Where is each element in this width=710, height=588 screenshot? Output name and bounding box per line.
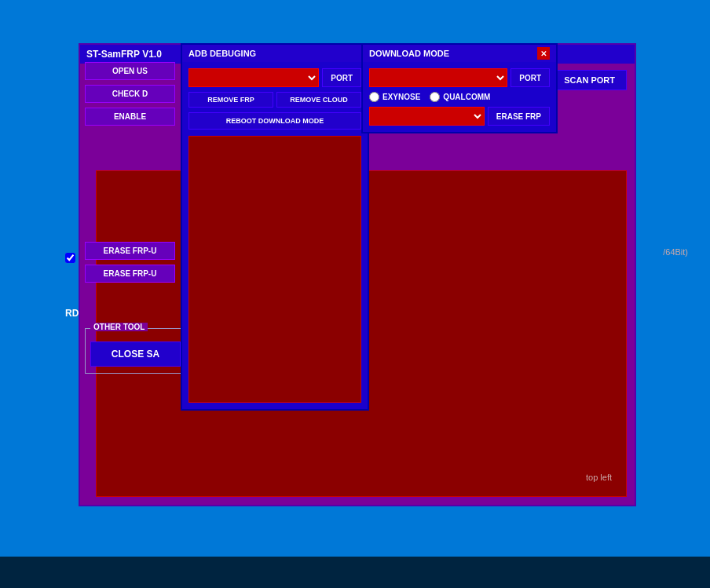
adb-port-row: PORT — [188, 68, 361, 87]
other-tool-label: OTHER TOOL — [90, 323, 148, 331]
adb-content: PORT REMOVE FRP REMOVE CLOUD REBOOT DOWN… — [182, 62, 368, 409]
bit-label: /64Bit) — [663, 247, 688, 257]
scan-port-button[interactable]: SCAN PORT — [552, 70, 627, 90]
adb-log-area — [188, 136, 361, 403]
adb-title: ADB DEBUGING — [188, 49, 256, 58]
remove-frp-button[interactable]: REMOVE FRP — [188, 92, 273, 108]
erase-frp-u1-button[interactable]: ERASE FRP-U — [85, 242, 175, 260]
download-mode-dialog: DOWNLOAD MODE ✕ PORT EXYNOSE QUALCOMM ER… — [361, 43, 558, 133]
qualcomm-label: QUALCOMM — [443, 93, 490, 101]
close-dialog-button[interactable]: ✕ — [537, 47, 550, 60]
radio-row: EXYNOSE QUALCOMM — [369, 92, 550, 102]
erase-select[interactable] — [369, 107, 485, 126]
erase-frp-u2-button[interactable]: ERASE FRP-U — [85, 265, 175, 283]
dl-port-button[interactable]: PORT — [511, 68, 550, 87]
erase-frp-button[interactable]: ERASE FRP — [488, 107, 550, 126]
rd-label: RD — [65, 308, 79, 319]
dl-title: DOWNLOAD MODE — [369, 49, 449, 58]
qualcomm-radio-label[interactable]: QUALCOMM — [430, 92, 490, 102]
adb-debugging-dialog: ADB DEBUGING PORT REMOVE FRP REMOVE CLOU… — [181, 43, 369, 411]
main-window-title: ST-SamFRP V1.0 — [86, 49, 162, 60]
erase-row: ERASE FRP — [369, 107, 550, 126]
adb-titlebar: ADB DEBUGING — [182, 45, 368, 62]
qualcomm-radio[interactable] — [430, 92, 440, 102]
enable-button[interactable]: ENABLE — [85, 108, 175, 126]
adb-port-button[interactable]: PORT — [322, 68, 361, 87]
adb-remove-row: REMOVE FRP REMOVE CLOUD — [188, 92, 361, 108]
dl-content: PORT EXYNOSE QUALCOMM ERASE FRP — [363, 62, 556, 132]
checkbox[interactable] — [65, 253, 75, 263]
remove-cloud-button[interactable]: REMOVE CLOUD — [276, 92, 361, 108]
taskbar — [0, 557, 710, 588]
exynose-label: EXYNOSE — [382, 93, 420, 101]
exynose-radio[interactable] — [369, 92, 379, 102]
dl-titlebar: DOWNLOAD MODE ✕ — [363, 45, 556, 62]
open-usb-button[interactable]: OPEN US — [85, 62, 175, 80]
exynose-radio-label[interactable]: EXYNOSE — [369, 92, 420, 102]
status-text: top left — [586, 473, 612, 482]
adb-port-select[interactable] — [188, 68, 319, 87]
reboot-download-button[interactable]: REBOOT DOWNLOAD MODE — [188, 112, 361, 130]
check-d-button[interactable]: CHECK D — [85, 85, 175, 103]
dl-port-select[interactable] — [369, 68, 507, 87]
dl-port-row: PORT — [369, 68, 550, 87]
close-sa-button[interactable]: CLOSE SA — [90, 341, 181, 367]
